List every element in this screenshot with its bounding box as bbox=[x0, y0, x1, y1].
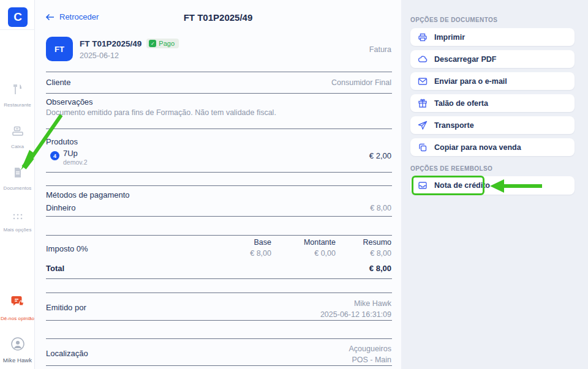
sidebar-item-label: Mais opções bbox=[3, 227, 31, 233]
divider bbox=[46, 185, 392, 186]
tax-col-header: Base bbox=[216, 238, 271, 247]
nota-credito-button[interactable]: Nota de crédito bbox=[410, 176, 575, 195]
quantity-badge: 4 bbox=[50, 151, 59, 160]
tax-col-montante: Montante € 0,00 bbox=[281, 238, 336, 258]
payment-method: Dinheiro bbox=[46, 203, 75, 212]
product-name: 7Up bbox=[63, 149, 78, 158]
emitido-por-value: Mike Hawk 2025-06-12 16:31:09 bbox=[320, 298, 391, 320]
divider bbox=[46, 338, 392, 339]
copiar-nova-venda-button[interactable]: Copiar para nova venda bbox=[410, 138, 575, 156]
cash-register-icon bbox=[12, 125, 24, 137]
location-pos: POS - Main bbox=[349, 354, 392, 365]
divider bbox=[46, 365, 392, 366]
tax-col-resumo: Resumo € 8,00 bbox=[336, 238, 391, 258]
button-label: Imprimir bbox=[434, 33, 465, 42]
localizacao-value: Açougueiros POS - Main bbox=[349, 343, 392, 365]
status-label: Pago bbox=[159, 40, 175, 47]
grid-dots-icon bbox=[12, 213, 24, 220]
sidebar-user-name: Mike Hawk bbox=[3, 357, 32, 363]
divider bbox=[46, 216, 392, 217]
talao-oferta-button[interactable]: Talão de oferta bbox=[410, 94, 575, 112]
gift-icon bbox=[418, 99, 428, 108]
total-label: Total bbox=[46, 264, 64, 273]
printer-icon bbox=[418, 32, 428, 42]
document-name: FT T01P2025/49 bbox=[80, 39, 141, 48]
tax-col-value: € 8,00 bbox=[216, 249, 271, 258]
tax-col-base: Base € 8,00 bbox=[216, 238, 271, 258]
tax-col-header: Montante bbox=[281, 238, 336, 247]
button-label: Talão de oferta bbox=[434, 99, 488, 108]
email-icon bbox=[418, 76, 428, 86]
document-detail-area: Retroceder FT T01P2025/49 FT FT T01P2025… bbox=[35, 0, 401, 369]
tax-col-value: € 8,00 bbox=[336, 249, 391, 258]
button-label: Transporte bbox=[434, 121, 474, 130]
divider bbox=[46, 320, 392, 321]
observacoes-text: Documento emitido para fins de Formação.… bbox=[46, 108, 276, 117]
document-date: 2025-06-12 bbox=[80, 51, 119, 60]
button-label: Nota de crédito bbox=[434, 181, 490, 190]
feedback-chat-icon bbox=[10, 294, 25, 309]
divider bbox=[46, 278, 392, 279]
sidebar-item-feedback[interactable]: Dê-nos opinião bbox=[0, 294, 35, 322]
divider bbox=[46, 235, 392, 236]
app-logo[interactable]: C bbox=[8, 7, 28, 27]
button-label: Copiar para nova venda bbox=[434, 143, 521, 152]
refund-options-header: OPÇÕES DE REEMBOLSO bbox=[410, 165, 492, 172]
cliente-label: Cliente bbox=[46, 78, 70, 87]
emitido-por-label: Emitido por bbox=[46, 303, 86, 312]
sidebar-item-label: Dê-nos opinião bbox=[1, 316, 34, 321]
sidebar-item-caixa[interactable]: Caixa bbox=[0, 125, 35, 151]
issue-timestamp: 2025-06-12 16:31:09 bbox=[320, 309, 391, 320]
send-icon bbox=[418, 121, 428, 130]
document-type-tile: FT bbox=[46, 37, 73, 61]
divider bbox=[46, 93, 392, 94]
metodos-pagamento-label: Métodos de pagamento bbox=[46, 190, 130, 199]
tax-col-header: Resumo bbox=[336, 238, 391, 247]
document-kind: Fatura bbox=[369, 45, 391, 54]
restaurant-icon bbox=[12, 83, 24, 95]
divider bbox=[46, 293, 392, 293]
imprimir-button[interactable]: Imprimir bbox=[410, 28, 575, 46]
sidebar-item-restaurante[interactable]: Restaurante bbox=[0, 83, 35, 109]
cliente-value: Consumidor Final bbox=[331, 78, 391, 87]
localizacao-label: Localização bbox=[46, 349, 88, 358]
sidebar-divider bbox=[0, 29, 35, 30]
transporte-button[interactable]: Transporte bbox=[410, 116, 575, 134]
check-icon: ✓ bbox=[149, 40, 156, 47]
divider bbox=[46, 72, 392, 72]
produtos-label: Produtos bbox=[46, 137, 78, 146]
descarregar-pdf-button[interactable]: Descarregar PDF bbox=[410, 50, 575, 68]
tax-col-value: € 0,00 bbox=[281, 249, 336, 258]
avatar-icon bbox=[10, 337, 25, 351]
sidebar: C Restaurante Caixa Documentos bbox=[0, 0, 35, 369]
button-label: Descarregar PDF bbox=[434, 55, 496, 64]
divider bbox=[46, 129, 392, 129]
product-sku: demov.2 bbox=[63, 158, 88, 166]
divider bbox=[46, 172, 392, 173]
copy-icon bbox=[418, 143, 428, 152]
observacoes-label: Observações bbox=[46, 97, 93, 106]
cloud-download-icon bbox=[418, 54, 428, 64]
issuer-name: Mike Hawk bbox=[320, 298, 391, 309]
product-price: € 2,00 bbox=[369, 151, 391, 160]
location-name: Açougueiros bbox=[349, 343, 392, 354]
payment-amount: € 8,00 bbox=[370, 204, 391, 212]
sidebar-item-user[interactable]: Mike Hawk bbox=[0, 337, 35, 365]
total-value: € 8,00 bbox=[369, 264, 391, 273]
page-title: FT T01P2025/49 bbox=[35, 12, 401, 23]
options-panel: OPÇÕES DE DOCUMENTOS Imprimir Descarrega… bbox=[401, 0, 588, 369]
sidebar-item-mais-opcoes[interactable]: Mais opções bbox=[0, 213, 35, 234]
button-label: Enviar para o e-mail bbox=[434, 77, 507, 86]
document-icon bbox=[12, 166, 24, 179]
sidebar-item-label: Documentos bbox=[4, 185, 32, 191]
sidebar-item-label: Caixa bbox=[11, 144, 24, 149]
documents-options-header: OPÇÕES DE DOCUMENTOS bbox=[410, 17, 497, 23]
status-badge: ✓ Pago bbox=[146, 39, 179, 48]
sidebar-item-label: Restaurante bbox=[4, 102, 31, 108]
sidebar-item-documentos[interactable]: Documentos bbox=[0, 166, 35, 192]
imposto-label: Imposto 0% bbox=[46, 244, 88, 253]
credit-note-icon bbox=[418, 181, 428, 190]
enviar-email-button[interactable]: Enviar para o e-mail bbox=[410, 72, 575, 90]
